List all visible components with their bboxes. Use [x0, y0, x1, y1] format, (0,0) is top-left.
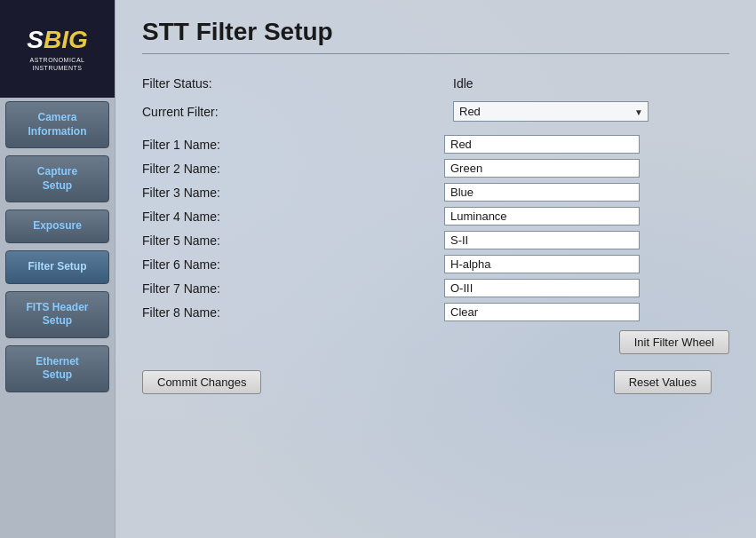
filter-row-7: Filter 7 Name: [142, 279, 729, 297]
sidebar-item-capture-setup[interactable]: CaptureSetup [5, 155, 109, 202]
filter-3-input[interactable] [444, 183, 640, 202]
page-title: STT Filter Setup [142, 18, 729, 54]
filter-1-input[interactable] [444, 135, 640, 154]
sidebar-item-exposure[interactable]: Exposure [5, 210, 109, 243]
filter-2-label: Filter 2 Name: [142, 162, 284, 176]
current-filter-select-wrapper: Red Green Blue Luminance S-II H-alpha O-… [453, 101, 649, 122]
filter-8-label: Filter 8 Name: [142, 305, 284, 320]
filter-2-input[interactable] [444, 159, 640, 178]
bottom-buttons-row: Commit Changes Reset Values [142, 370, 729, 394]
init-button-row: Init Filter Wheel [142, 330, 729, 354]
current-filter-select[interactable]: Red Green Blue Luminance S-II H-alpha O-… [453, 101, 649, 122]
filter-7-label: Filter 7 Name: [142, 281, 284, 296]
filter-3-label: Filter 3 Name: [142, 186, 284, 200]
init-filter-wheel-button[interactable]: Init Filter Wheel [619, 330, 729, 354]
filter-row-5: Filter 5 Name: [142, 231, 729, 249]
filter-row-8: Filter 8 Name: [142, 303, 729, 321]
sidebar: S BIG ASTRONOMICALINSTRUMENTS CameraInfo… [0, 0, 115, 538]
filter-6-input[interactable] [444, 255, 640, 273]
filter-status-value: Idle [453, 76, 473, 91]
filter-status-row: Filter Status: Idle [142, 76, 729, 91]
sidebar-item-camera-information[interactable]: CameraInformation [5, 101, 109, 148]
content-area: Filter Status: Idle Current Filter: Red … [142, 67, 729, 394]
reset-values-button[interactable]: Reset Values [614, 370, 712, 394]
logo-area: S BIG ASTRONOMICALINSTRUMENTS [0, 0, 115, 98]
filter-status-label: Filter Status: [142, 76, 284, 91]
filter-4-input[interactable] [444, 207, 640, 225]
sidebar-item-filter-setup[interactable]: Filter Setup [5, 250, 109, 284]
filter-1-label: Filter 1 Name: [142, 138, 284, 152]
sidebar-item-ethernet-setup[interactable]: EthernetSetup [5, 345, 109, 392]
filter-row-1: Filter 1 Name: [142, 135, 729, 154]
filter-6-label: Filter 6 Name: [142, 257, 284, 272]
current-filter-row: Current Filter: Red Green Blue Luminance… [142, 101, 729, 122]
sidebar-item-fits-header-setup[interactable]: FITS HeaderSetup [5, 291, 109, 338]
logo-subtitle: ASTRONOMICALINSTRUMENTS [29, 56, 84, 72]
filter-8-input[interactable] [444, 303, 640, 321]
current-filter-label: Current Filter: [142, 105, 284, 119]
logo-big: BIG [44, 26, 88, 54]
logo: S BIG [27, 26, 87, 54]
filter-row-3: Filter 3 Name: [142, 183, 729, 202]
commit-changes-button[interactable]: Commit Changes [142, 370, 261, 394]
filter-row-6: Filter 6 Name: [142, 255, 729, 273]
filter-5-label: Filter 5 Name: [142, 233, 284, 248]
main-content: STT Filter Setup Filter Status: Idle Cur… [115, 0, 756, 538]
filter-row-4: Filter 4 Name: [142, 207, 729, 225]
filter-5-input[interactable] [444, 231, 640, 249]
logo-s: S [27, 26, 44, 54]
filter-names-section: Filter 1 Name: Filter 2 Name: Filter 3 N… [142, 135, 729, 321]
filter-4-label: Filter 4 Name: [142, 210, 284, 224]
filter-7-input[interactable] [444, 279, 640, 297]
filter-row-2: Filter 2 Name: [142, 159, 729, 178]
